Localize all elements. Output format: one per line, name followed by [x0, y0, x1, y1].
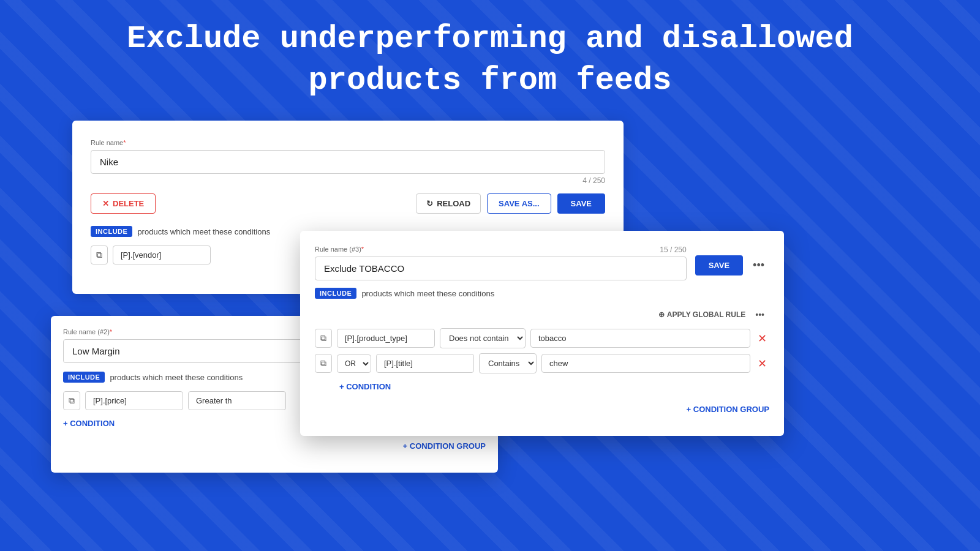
delete-icon: ✕: [102, 199, 109, 208]
copy-icon-3: ⧉: [320, 333, 326, 343]
panel1-include-badge: INCLUDE: [91, 226, 132, 237]
panel3-value-2[interactable]: [541, 354, 750, 373]
panel1-copy-button[interactable]: ⧉: [91, 246, 108, 264]
panel2-add-condition-group-button[interactable]: + CONDITION GROUP: [403, 438, 486, 454]
panel3-apply-more-button[interactable]: •••: [750, 307, 769, 322]
panel3-remove-btn-2[interactable]: ✕: [755, 357, 769, 370]
panel3-operator-1[interactable]: Does not contain: [440, 328, 526, 348]
panel3-remove-btn-1[interactable]: ✕: [755, 332, 769, 345]
panel3-apply-global-button[interactable]: ⊕ APPLY GLOBAL RULE: [658, 310, 745, 319]
panel3-more-button[interactable]: •••: [748, 257, 769, 274]
globe-icon: ⊕: [658, 310, 665, 319]
copy-icon-2: ⧉: [69, 395, 75, 405]
panel3-apply-global-row: ⊕ APPLY GLOBAL RULE •••: [315, 307, 769, 322]
panel3-add-condition-group-button[interactable]: + CONDITION GROUP: [687, 401, 769, 418]
panel2-field: [P].[price]: [85, 391, 183, 410]
panel1-rule-label: Rule name*: [91, 139, 605, 146]
panel3-include-badge: INCLUDE: [315, 288, 356, 299]
panel1-right-actions: ↻ RELOAD SAVE AS... SAVE: [416, 193, 605, 214]
panel3-condition-row-2: ⧉ OR [P].[title] Contains ✕: [315, 353, 769, 373]
panel1-rule-name-input[interactable]: [91, 150, 605, 174]
panel3-field-2: [P].[title]: [376, 354, 474, 373]
panel3-condition-row-1: ⧉ [P].[product_type] Does not contain ✕: [315, 328, 769, 348]
panel2-section-desc: products which meet these conditions: [110, 373, 243, 382]
panel-exclude-tobacco: Rule name (#3)* 15 / 250 SAVE ••• INCLUD…: [300, 231, 784, 436]
panel3-section-desc: products which meet these conditions: [361, 289, 494, 298]
panel3-operator-2[interactable]: Contains: [479, 353, 537, 373]
panel1-char-count: 4 / 250: [91, 176, 605, 185]
panel3-section-header: INCLUDE products which meet these condit…: [315, 288, 769, 299]
panel3-rule-label: Rule name (#3)* 15 / 250: [315, 246, 687, 253]
panel1-save-as-button[interactable]: SAVE AS...: [487, 193, 551, 214]
panel1-delete-button[interactable]: ✕ DELETE: [91, 193, 156, 214]
panel1-reload-button[interactable]: ↻ RELOAD: [416, 193, 481, 214]
panel2-copy-button[interactable]: ⧉: [63, 391, 80, 410]
panel3-field-1: [P].[product_type]: [337, 329, 435, 348]
panel3-copy-btn-2[interactable]: ⧉: [315, 354, 332, 373]
page-title: Exclude underperforming and disallowed p…: [0, 18, 980, 101]
panel3-rule-name-input[interactable]: [315, 257, 687, 280]
panel3-char-count: 15 / 250: [660, 246, 686, 254]
panel3-add-condition-button[interactable]: + CONDITION: [339, 378, 391, 395]
panel3-value-1[interactable]: [530, 329, 750, 348]
panel1-save-button[interactable]: SAVE: [557, 193, 605, 214]
panel2-include-badge: INCLUDE: [63, 372, 105, 383]
panel3-save-button[interactable]: SAVE: [695, 255, 743, 276]
panel2-add-condition-button[interactable]: + CONDITION: [63, 415, 115, 432]
panel1-section-desc: products which meet these conditions: [137, 227, 270, 236]
panel1-action-row: ✕ DELETE ↻ RELOAD SAVE AS... SAVE: [91, 193, 605, 214]
panel3-copy-btn-1[interactable]: ⧉: [315, 329, 332, 348]
reload-icon: ↻: [426, 199, 433, 208]
copy-icon-4: ⧉: [320, 358, 326, 368]
panel1-field: [P].[vendor]: [113, 246, 211, 264]
copy-icon: ⧉: [96, 250, 102, 260]
panel2-operator: Greater th: [188, 391, 286, 410]
panel3-or-select[interactable]: OR: [337, 354, 371, 373]
